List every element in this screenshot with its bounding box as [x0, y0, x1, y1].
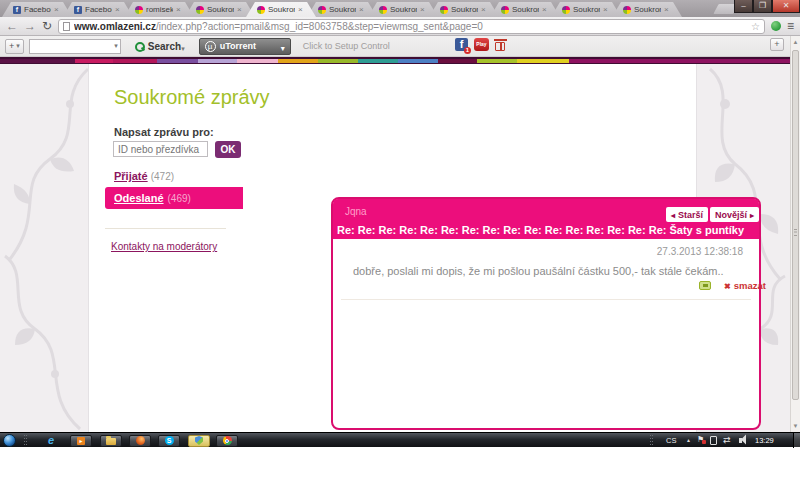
- tab-close-icon[interactable]: [481, 6, 488, 13]
- tab-close-icon[interactable]: [420, 6, 427, 13]
- search-button[interactable]: Search: [148, 41, 181, 52]
- page-scrollbar[interactable]: [790, 36, 800, 432]
- omlazeni-flower-favicon-icon: [501, 6, 509, 14]
- tab-close-icon[interactable]: [603, 6, 610, 13]
- chrome-menu-icon[interactable]: [787, 19, 794, 33]
- maximize-button[interactable]: [753, 0, 772, 13]
- search-dropdown-icon[interactable]: [181, 37, 185, 55]
- taskbar-skype-button[interactable]: [158, 435, 180, 447]
- taskbar-security-button[interactable]: [188, 435, 210, 447]
- setup-control-hint[interactable]: Click to Setup Control: [303, 41, 390, 51]
- tab-label: Soukron: [268, 5, 295, 14]
- taskbar-firefox-button[interactable]: [129, 435, 151, 447]
- received-link[interactable]: Přijaté: [114, 170, 148, 182]
- tab-close-icon[interactable]: [298, 6, 305, 13]
- scrollbar-thumb[interactable]: [792, 50, 799, 400]
- scroll-down-icon[interactable]: [791, 421, 800, 431]
- newer-message-button[interactable]: Novější: [710, 207, 759, 222]
- newer-button-label: Novější: [715, 210, 747, 220]
- taskbar-chrome-button[interactable]: [216, 435, 238, 447]
- moderators-contact-link[interactable]: Kontakty na moderátory: [111, 241, 217, 252]
- language-indicator[interactable]: CS: [666, 436, 676, 445]
- ok-button[interactable]: OK: [215, 141, 241, 158]
- sent-folder-row-selected[interactable]: Odeslané (469): [105, 187, 243, 209]
- toolbar-add-button[interactable]: +: [5, 39, 24, 54]
- tab-close-icon[interactable]: [237, 6, 244, 13]
- gift-extension-icon[interactable]: [495, 42, 505, 51]
- toolbar-overflow-button[interactable]: [770, 38, 784, 51]
- tab-close-icon[interactable]: [542, 6, 549, 13]
- minimize-button[interactable]: [734, 0, 753, 13]
- toolbar-search-input[interactable]: [29, 39, 121, 54]
- action-center-flag-icon[interactable]: [697, 435, 704, 444]
- tab-facebook-2[interactable]: Faceboo: [63, 2, 133, 17]
- sent-count: (469): [168, 193, 191, 204]
- tab-label: Faceboo: [24, 5, 51, 14]
- scroll-up-icon[interactable]: [791, 37, 800, 47]
- reload-icon[interactable]: [42, 19, 52, 33]
- delete-label: smazat: [734, 280, 766, 291]
- taskbar-clock[interactable]: 13:29: [755, 436, 774, 445]
- floral-ornament: [0, 254, 90, 434]
- utorrent-label: uTorrent: [220, 41, 277, 51]
- message-body: dobře, poslali mi dopis, že mi pošlou pa…: [353, 265, 739, 277]
- tab-close-icon[interactable]: [115, 6, 122, 13]
- address-bar[interactable]: www.omlazeni.cz/index.php?action=pmail&m…: [58, 19, 765, 34]
- back-icon[interactable]: [6, 19, 18, 33]
- tab-close-icon[interactable]: [359, 6, 366, 13]
- omlazeni-flower-favicon-icon: [135, 6, 143, 14]
- bookmark-star-icon[interactable]: [751, 21, 760, 32]
- tab-soukrome-7[interactable]: Soukron: [551, 2, 621, 17]
- show-desktop-button[interactable]: [793, 433, 800, 448]
- tray-clipboard-icon[interactable]: [710, 436, 717, 445]
- reply-icon[interactable]: [699, 281, 711, 290]
- taskbar-explorer-button[interactable]: [100, 435, 122, 447]
- recipient-input[interactable]: [113, 141, 208, 157]
- tab-close-icon[interactable]: [664, 6, 671, 13]
- older-button-label: Starší: [678, 210, 703, 220]
- tab-soukrome-3[interactable]: Soukron: [307, 2, 377, 17]
- firefox-icon: [136, 436, 145, 445]
- close-button[interactable]: [772, 0, 800, 13]
- facebook-favicon-icon: [13, 6, 21, 14]
- tray-sync-icon[interactable]: [723, 435, 731, 445]
- sidebar-divider: [105, 228, 226, 229]
- volume-icon[interactable]: [739, 438, 742, 443]
- message-divider: [341, 299, 751, 300]
- facebook-extension-icon[interactable]: 1: [455, 38, 468, 51]
- alert-badge: [702, 440, 706, 444]
- message-sender: Jqna: [345, 206, 367, 217]
- forward-icon[interactable]: [24, 19, 36, 33]
- utorrent-logo-icon: [205, 41, 216, 52]
- utorrent-dropdown-icon[interactable]: [281, 37, 285, 55]
- notification-badge: 1: [464, 47, 471, 54]
- tab-close-icon[interactable]: [54, 6, 61, 13]
- older-message-button[interactable]: Starší: [666, 207, 708, 222]
- play-tube-extension-icon[interactable]: Play: [474, 38, 489, 51]
- window-controls: [734, 0, 800, 13]
- tab-facebook-1[interactable]: Faceboo: [2, 2, 72, 17]
- extension-toolbar: + Search uTorrent Click to Setup Control: [0, 36, 800, 57]
- internet-explorer-icon[interactable]: [48, 434, 54, 446]
- message-date: 27.3.2013 12:38:18: [657, 246, 743, 257]
- tab-soukrome-4[interactable]: Soukron: [368, 2, 438, 17]
- tray-expand-icon[interactable]: [686, 437, 691, 443]
- sent-link[interactable]: Odeslané: [114, 192, 164, 204]
- delete-message-link[interactable]: smazat: [724, 280, 766, 291]
- utorrent-button[interactable]: uTorrent: [199, 38, 291, 55]
- tab-soukrome-8[interactable]: Soukron: [612, 2, 682, 17]
- tab-soukrome-5[interactable]: Soukron: [429, 2, 499, 17]
- tab-label: Soukron: [573, 5, 600, 14]
- toolbar-right-icons: 1 Play: [455, 38, 505, 51]
- tab-soukrome-6[interactable]: Soukron: [490, 2, 560, 17]
- tab-soukrome-active[interactable]: Soukron: [246, 2, 316, 17]
- extension-badge-icon[interactable]: [771, 21, 781, 31]
- start-button[interactable]: [3, 434, 16, 447]
- taskbar-media-player-button[interactable]: [70, 435, 92, 447]
- omlazeni-flower-favicon-icon: [318, 6, 326, 14]
- tab-romisek[interactable]: romisek: [124, 2, 194, 17]
- tab-close-icon[interactable]: [176, 6, 183, 13]
- tab-soukrome-1[interactable]: Soukron: [185, 2, 255, 17]
- browser-tab-strip: Faceboo Faceboo romisek Soukron Soukron …: [0, 0, 800, 17]
- url-text[interactable]: www.omlazeni.cz/index.php?action=pmail&m…: [74, 21, 747, 32]
